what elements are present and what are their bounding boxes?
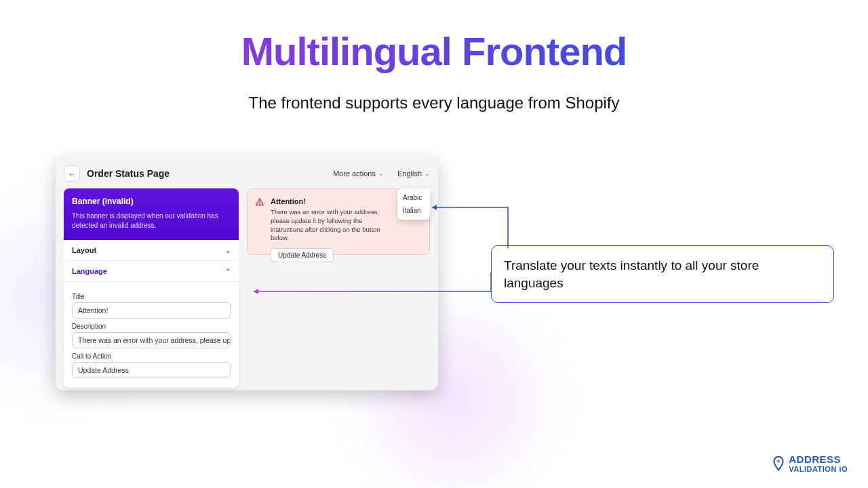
- cta-input[interactable]: Update Address: [72, 362, 231, 378]
- svg-point-1: [260, 204, 260, 205]
- description-label: Description: [72, 323, 231, 330]
- title-input[interactable]: Attention!: [72, 302, 231, 319]
- chevron-down-icon: ⌄: [425, 170, 430, 177]
- banner-description: This banner is displayed when our valida…: [72, 211, 231, 230]
- accordion-layout[interactable]: Layout ⌄: [64, 240, 239, 261]
- page-headline: Multilingual Frontend: [0, 28, 868, 74]
- accordion-language-label: Language: [72, 267, 107, 275]
- language-form: Title Attention! Description There was a…: [64, 282, 239, 388]
- logo-line2: VALIDATION iO: [789, 465, 848, 473]
- back-button[interactable]: ←: [64, 165, 80, 182]
- language-selector-label: English: [397, 169, 422, 178]
- arrow-annotation: [428, 203, 509, 249]
- svg-point-2: [777, 460, 781, 463]
- warning-icon: [255, 197, 264, 207]
- language-option[interactable]: Arabic: [397, 191, 430, 204]
- arrow-left-icon: ←: [68, 169, 77, 179]
- brand-logo: ADDRESS VALIDATION iO: [772, 454, 848, 473]
- cta-label: Call to Action: [72, 352, 231, 360]
- more-actions-dropdown[interactable]: More actions ⌄: [333, 169, 384, 178]
- language-selector-dropdown[interactable]: English ⌄: [397, 169, 430, 178]
- page-title: Order Status Page: [87, 168, 319, 179]
- language-options-menu: Arabic Italian: [397, 188, 430, 220]
- chevron-down-icon: ⌄: [225, 247, 231, 254]
- chevron-down-icon: ⌄: [378, 170, 384, 177]
- page-subheadline: The frontend supports every language fro…: [0, 94, 868, 113]
- map-pin-icon: [772, 456, 785, 471]
- chevron-up-icon: ⌃: [225, 268, 231, 275]
- title-label: Title: [72, 293, 231, 300]
- update-address-button[interactable]: Update Address: [271, 248, 334, 262]
- more-actions-label: More actions: [333, 169, 376, 178]
- settings-panel: ← Order Status Page More actions ⌄ Engli…: [56, 157, 438, 390]
- feature-callout: Translate your texts instantly to all yo…: [491, 245, 834, 303]
- language-option[interactable]: Italian: [397, 204, 430, 217]
- alert-body: There was an error with your address, pl…: [271, 208, 386, 243]
- banner-title: Banner (invalid): [72, 197, 231, 206]
- logo-line1: ADDRESS: [789, 454, 848, 465]
- accordion-language[interactable]: Language ⌃: [64, 261, 239, 282]
- description-input[interactable]: There was an error with your address, pl…: [72, 332, 231, 348]
- accordion-layout-label: Layout: [72, 246, 96, 254]
- banner-info-card: Banner (invalid) This banner is displaye…: [64, 188, 239, 240]
